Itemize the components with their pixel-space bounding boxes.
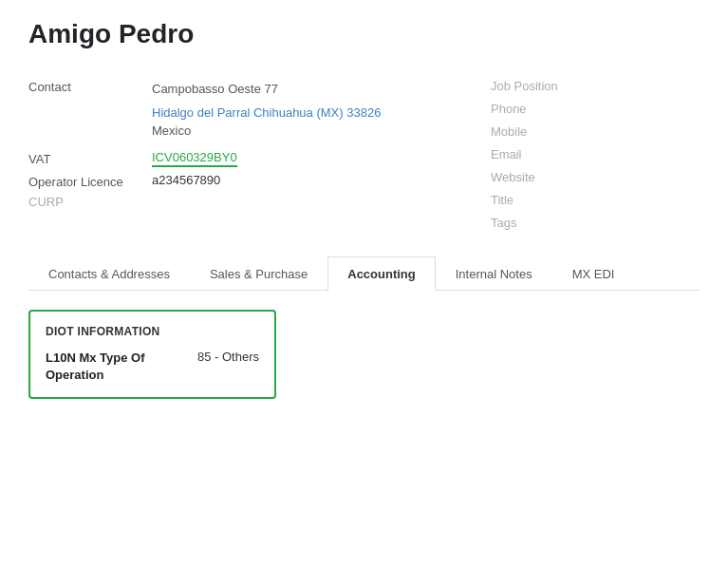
tab-content-accounting: DIOT Information L10N Mx Type Of Operati… — [28, 291, 700, 418]
page-container: Amigo Pedro Contact Campobasso Oeste 77 … — [0, 0, 728, 437]
tab-contacts[interactable]: Contacts & Addresses — [28, 256, 190, 291]
operator-row: Operator Licence a234567890 — [28, 173, 453, 189]
title-label: Title — [491, 193, 513, 207]
vat-value[interactable]: ICV060329BY0 — [152, 150, 237, 167]
contact-address2: Hidalgo del Parral Chihuahua (MX) 33826 — [152, 105, 453, 120]
diot-box: DIOT Information L10N Mx Type Of Operati… — [28, 310, 276, 399]
website-label: Website — [491, 170, 535, 184]
email-label: Email — [491, 147, 522, 161]
address-block: Hidalgo del Parral Chihuahua (MX) 33826 … — [152, 105, 453, 142]
phone-field: Phone — [491, 101, 700, 116]
tab-sales[interactable]: Sales & Purchase — [190, 256, 327, 291]
contact-row: Contact Campobasso Oeste 77 — [28, 78, 453, 100]
contact-address1: Campobasso Oeste 77 — [152, 78, 278, 100]
phone-label: Phone — [491, 102, 527, 116]
mobile-field: Mobile — [491, 123, 700, 139]
diot-field-label: L10N Mx Type Of Operation — [46, 350, 178, 384]
tab-accounting[interactable]: Accounting — [327, 256, 436, 291]
diot-title: DIOT Information — [46, 325, 259, 338]
title-field: Title — [491, 192, 700, 207]
form-section: Contact Campobasso Oeste 77 Hidalgo del … — [28, 78, 700, 237]
mobile-label: Mobile — [491, 124, 527, 139]
tags-field: Tags — [491, 215, 700, 230]
contact-country: Mexico — [152, 120, 453, 142]
vat-row: VAT ICV060329BY0 — [28, 150, 453, 167]
operator-label: Operator Licence — [28, 173, 152, 189]
job-position-field: Job Position — [491, 78, 700, 93]
contact-label: Contact — [28, 78, 152, 94]
vat-label: VAT — [28, 150, 152, 166]
tab-notes[interactable]: Internal Notes — [436, 256, 552, 291]
diot-field-row: L10N Mx Type Of Operation 85 - Others — [46, 350, 259, 384]
diot-field-value[interactable]: 85 - Others — [197, 350, 259, 364]
form-left: Contact Campobasso Oeste 77 Hidalgo del … — [28, 78, 453, 237]
tags-label: Tags — [491, 216, 516, 230]
operator-value[interactable]: a234567890 — [152, 173, 220, 187]
email-field: Email — [491, 146, 700, 161]
curp-label: CURP — [28, 195, 453, 209]
job-position-label: Job Position — [491, 79, 558, 93]
page-title: Amigo Pedro — [28, 19, 700, 49]
tabs-bar: Contacts & Addresses Sales & Purchase Ac… — [28, 256, 700, 291]
tab-mxedi[interactable]: MX EDI — [552, 256, 635, 291]
website-field: Website — [491, 169, 700, 184]
form-right: Job Position Phone Mobile Email Website … — [491, 78, 700, 237]
